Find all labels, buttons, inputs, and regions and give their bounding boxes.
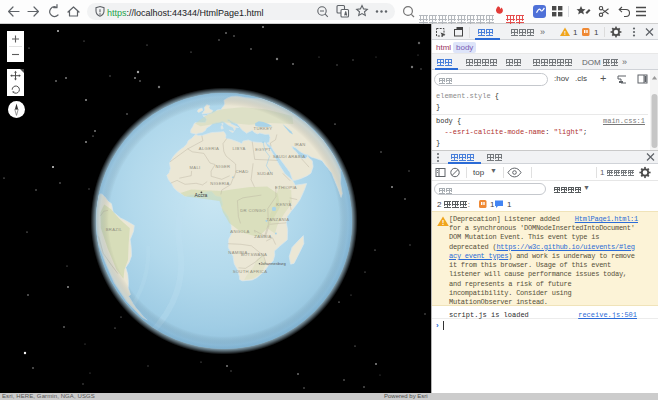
svg-text:ALGERIA: ALGERIA [199,146,219,151]
svg-text:TURKEY: TURKEY [254,126,273,131]
svg-text:LIBYA: LIBYA [232,146,245,151]
svg-text:ETHIOPIA: ETHIOPIA [275,185,297,190]
svg-text:DR CONGO: DR CONGO [240,208,266,213]
svg-text:BOTSWANA: BOTSWANA [241,252,267,257]
svg-text:SOUTH AFRICA: SOUTH AFRICA [233,269,268,274]
svg-text:Johannesburg: Johannesburg [260,261,285,266]
svg-text:IRAN: IRAN [294,142,305,147]
svg-text:KENYA: KENYA [276,202,291,207]
svg-text:EGYPT: EGYPT [255,147,271,152]
svg-text:ZAMBIA: ZAMBIA [254,234,271,239]
svg-text:Accra: Accra [195,192,208,198]
svg-text:TANZANIA: TANZANIA [267,217,290,222]
svg-text:NIGERIA: NIGERIA [210,181,229,186]
svg-text:ANGOLA: ANGOLA [230,229,249,234]
svg-text:BRAZIL: BRAZIL [106,227,123,232]
svg-text:!: ! [564,30,566,36]
svg-text:SUDAN: SUDAN [257,171,273,176]
svg-text:NIGER: NIGER [216,164,231,169]
svg-text:CHAD: CHAD [235,169,248,174]
svg-text:!: ! [441,219,445,227]
svg-text:MALI: MALI [190,165,201,170]
svg-text:SAUDI ARABIA: SAUDI ARABIA [273,154,306,159]
